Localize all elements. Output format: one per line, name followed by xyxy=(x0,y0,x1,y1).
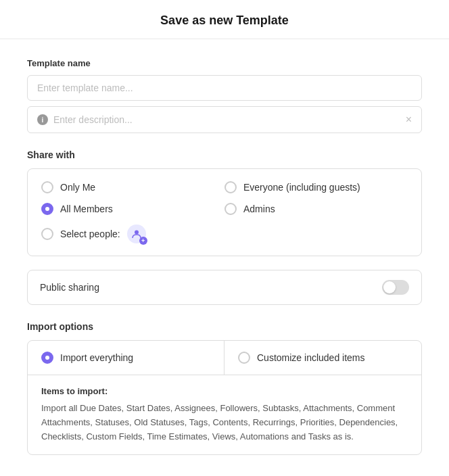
customize-items-option[interactable]: Customize included items xyxy=(224,341,421,375)
share-options-container: Only Me Everyone (including guests) All … xyxy=(27,168,422,256)
description-row: i Enter description... × xyxy=(27,106,422,133)
radio-only-me-button[interactable] xyxy=(41,181,53,193)
customize-items-radio[interactable] xyxy=(238,352,250,364)
items-to-import-text: Import all Due Dates, Start Dates, Assig… xyxy=(41,402,408,444)
customize-items-label: Customize included items xyxy=(257,352,365,363)
modal-header: Save as new Template xyxy=(0,0,449,39)
import-options-container: Import everything Customize included ite… xyxy=(27,340,422,455)
description-close-icon[interactable]: × xyxy=(406,114,412,126)
import-options-section: Import options Import everything Customi… xyxy=(27,321,422,455)
share-with-title: Share with xyxy=(27,149,422,160)
add-person-button[interactable]: + xyxy=(127,224,146,243)
person-icon xyxy=(132,229,141,239)
radio-all-members-button[interactable] xyxy=(41,203,53,215)
save-template-modal: Save as new Template Template name i Ent… xyxy=(0,0,449,476)
import-details: Items to import: Import all Due Dates, S… xyxy=(28,375,421,454)
radio-admins-button[interactable] xyxy=(224,203,237,215)
info-icon: i xyxy=(37,114,48,125)
toggle-knob xyxy=(383,281,396,293)
public-sharing-toggle[interactable] xyxy=(382,280,409,295)
radio-everyone-label: Everyone (including guests) xyxy=(243,182,360,193)
import-everything-label: Import everything xyxy=(60,352,133,363)
radio-everyone[interactable]: Everyone (including guests) xyxy=(224,181,408,193)
description-left: i Enter description... xyxy=(37,114,133,125)
select-people-row[interactable]: Select people: + xyxy=(41,224,224,243)
import-everything-option[interactable]: Import everything xyxy=(28,341,224,375)
radio-only-me[interactable]: Only Me xyxy=(41,181,224,193)
radio-all-members-inner xyxy=(45,207,49,211)
svg-point-0 xyxy=(135,231,139,235)
template-name-label: Template name xyxy=(27,58,422,68)
modal-title: Save as new Template xyxy=(27,14,422,28)
radio-all-members-label: All Members xyxy=(60,204,113,214)
import-everything-radio-inner xyxy=(45,356,49,360)
radio-admins-label: Admins xyxy=(243,204,275,214)
radio-everyone-button[interactable] xyxy=(224,181,237,193)
items-to-import-title: Items to import: xyxy=(41,386,408,396)
modal-body: Template name i Enter description... × S… xyxy=(0,39,449,474)
template-name-section: Template name i Enter description... × xyxy=(27,58,422,133)
share-with-section: Share with Only Me Everyone (including g… xyxy=(27,149,422,256)
radio-only-me-label: Only Me xyxy=(60,182,95,193)
import-options-title: Import options xyxy=(27,321,422,332)
radio-all-members[interactable]: All Members xyxy=(41,203,224,215)
public-sharing-box: Public sharing xyxy=(27,270,422,305)
template-name-input[interactable] xyxy=(27,75,422,101)
radio-select-people-label: Select people: xyxy=(60,229,120,239)
import-everything-radio[interactable] xyxy=(41,352,53,364)
description-placeholder[interactable]: Enter description... xyxy=(53,114,133,125)
import-top-row: Import everything Customize included ite… xyxy=(28,341,421,375)
public-sharing-label: Public sharing xyxy=(40,282,99,293)
radio-admins[interactable]: Admins xyxy=(224,203,408,215)
plus-badge: + xyxy=(139,237,147,245)
radio-select-people-button[interactable] xyxy=(41,228,53,240)
